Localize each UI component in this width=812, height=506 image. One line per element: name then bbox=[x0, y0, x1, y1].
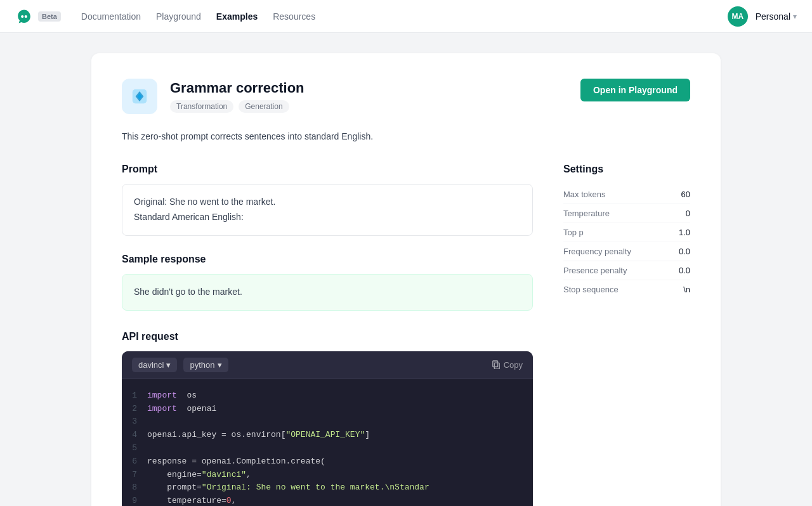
settings-val-temperature: 0 bbox=[686, 209, 690, 218]
code-line: 2 import openai bbox=[122, 403, 533, 416]
line-num: 6 bbox=[122, 455, 147, 469]
line-content: import openai bbox=[147, 403, 216, 416]
settings-val-max-tokens: 60 bbox=[681, 190, 690, 199]
code-toolbar-left: davinci ▾ python ▾ bbox=[132, 358, 228, 372]
settings-key-temperature: Temperature bbox=[563, 209, 610, 218]
grammar-icon bbox=[129, 86, 150, 107]
line-content: openai.api_key = os.environ["OPENAI_API_… bbox=[147, 429, 370, 442]
tag-generation: Generation bbox=[239, 100, 289, 113]
settings-row-temperature: Temperature 0 bbox=[563, 204, 690, 223]
code-line: 4 openai.api_key = os.environ["OPENAI_AP… bbox=[122, 429, 533, 442]
prompt-line2: Standard American English: bbox=[134, 212, 244, 222]
settings-val-top-p: 1.0 bbox=[679, 228, 690, 237]
engine-label: davinci bbox=[138, 360, 164, 370]
copy-label: Copy bbox=[504, 360, 523, 370]
language-select[interactable]: python ▾ bbox=[183, 358, 228, 372]
svg-rect-1 bbox=[494, 363, 499, 370]
card-header: Grammar correction Transformation Genera… bbox=[122, 79, 690, 114]
col-settings: Settings Max tokens 60 Temperature 0 Top… bbox=[563, 164, 690, 506]
settings-val-presence-penalty: 0.0 bbox=[679, 266, 690, 275]
main-card: Grammar correction Transformation Genera… bbox=[91, 53, 721, 506]
code-line: 6 response = openai.Completion.create( bbox=[122, 455, 533, 469]
engine-chevron-icon: ▾ bbox=[166, 360, 171, 370]
code-line: 8 prompt="Original: She no went to the m… bbox=[122, 481, 533, 495]
page: Grammar correction Transformation Genera… bbox=[76, 33, 736, 506]
code-line: 7 engine="davinci", bbox=[122, 469, 533, 482]
code-line: 5 bbox=[122, 442, 533, 455]
response-text: She didn't go to the market. bbox=[134, 287, 242, 297]
line-num: 9 bbox=[122, 495, 147, 506]
navbar: Beta Documentation Playground Examples R… bbox=[0, 0, 812, 33]
nav-link-resources[interactable]: Resources bbox=[273, 11, 315, 22]
code-line: 1 import os bbox=[122, 389, 533, 403]
avatar: MA bbox=[728, 6, 748, 27]
code-toolbar: davinci ▾ python ▾ bbox=[122, 351, 533, 379]
line-content: prompt="Original: She no went to the mar… bbox=[147, 481, 429, 495]
line-content: import os bbox=[147, 389, 197, 403]
nav-left: Beta Documentation Playground Examples R… bbox=[15, 8, 315, 25]
settings-val-frequency-penalty: 0.0 bbox=[679, 247, 690, 256]
settings-row-top-p: Top p 1.0 bbox=[563, 223, 690, 242]
line-content: temperature=0, bbox=[147, 495, 236, 506]
code-line: 9 temperature=0, bbox=[122, 495, 533, 506]
settings-row-frequency-penalty: Frequency penalty 0.0 bbox=[563, 242, 690, 261]
prompt-box: Original: She no went to the market. Sta… bbox=[122, 184, 533, 236]
settings-key-stop-sequence: Stop sequence bbox=[563, 285, 619, 294]
card-title-block: Grammar correction Transformation Genera… bbox=[170, 80, 304, 113]
line-num: 3 bbox=[122, 415, 147, 429]
settings-title: Settings bbox=[563, 164, 690, 175]
settings-val-stop-sequence: \n bbox=[683, 285, 690, 294]
card-tags: Transformation Generation bbox=[170, 100, 304, 113]
nav-link-playground[interactable]: Playground bbox=[156, 11, 201, 22]
settings-row-max-tokens: Max tokens 60 bbox=[563, 185, 690, 204]
open-playground-button[interactable]: Open in Playground bbox=[580, 79, 690, 101]
tag-transformation: Transformation bbox=[170, 100, 233, 113]
line-num: 7 bbox=[122, 469, 147, 482]
line-num: 4 bbox=[122, 429, 147, 442]
card-title: Grammar correction bbox=[170, 80, 304, 96]
card-description: This zero-shot prompt corrects sentences… bbox=[122, 129, 690, 143]
col-main: Prompt Original: She no went to the mark… bbox=[122, 164, 533, 506]
nav-logo: Beta bbox=[15, 8, 61, 25]
beta-badge: Beta bbox=[38, 11, 61, 22]
line-num: 5 bbox=[122, 442, 147, 455]
line-content: response = openai.Completion.create( bbox=[147, 455, 325, 469]
language-label: python bbox=[190, 360, 214, 370]
card-header-left: Grammar correction Transformation Genera… bbox=[122, 79, 304, 114]
language-chevron-icon: ▾ bbox=[218, 360, 222, 370]
copy-icon bbox=[492, 360, 501, 369]
settings-row-stop-sequence: Stop sequence \n bbox=[563, 280, 690, 299]
sample-response-label: Sample response bbox=[122, 254, 533, 265]
personal-label: Personal bbox=[756, 11, 790, 22]
code-block: davinci ▾ python ▾ bbox=[122, 351, 533, 506]
personal-menu[interactable]: Personal ▾ bbox=[756, 11, 797, 22]
copy-button[interactable]: Copy bbox=[492, 360, 523, 370]
nav-link-examples[interactable]: Examples bbox=[216, 11, 258, 22]
settings-key-frequency-penalty: Frequency penalty bbox=[563, 247, 631, 256]
card-icon-box bbox=[122, 79, 157, 114]
line-num: 1 bbox=[122, 389, 147, 403]
settings-key-max-tokens: Max tokens bbox=[563, 190, 605, 199]
response-box: She didn't go to the market. bbox=[122, 274, 533, 311]
engine-select[interactable]: davinci ▾ bbox=[132, 358, 177, 372]
two-col-layout: Prompt Original: She no went to the mark… bbox=[122, 164, 690, 506]
api-section-label: API request bbox=[122, 331, 533, 342]
settings-key-presence-penalty: Presence penalty bbox=[563, 266, 627, 275]
openai-logo-icon bbox=[15, 8, 33, 25]
chevron-down-icon: ▾ bbox=[793, 12, 797, 21]
nav-right: MA Personal ▾ bbox=[728, 6, 797, 27]
line-num: 2 bbox=[122, 403, 147, 416]
api-section: API request davinci ▾ python ▾ bbox=[122, 331, 533, 506]
code-line: 3 bbox=[122, 415, 533, 429]
line-num: 8 bbox=[122, 481, 147, 495]
line-content: engine="davinci", bbox=[147, 469, 251, 482]
code-body: 1 import os 2 import openai 3 bbox=[122, 379, 533, 506]
nav-links: Documentation Playground Examples Resour… bbox=[81, 11, 315, 22]
settings-key-top-p: Top p bbox=[563, 228, 584, 237]
prompt-label: Prompt bbox=[122, 164, 533, 175]
settings-row-presence-penalty: Presence penalty 0.0 bbox=[563, 261, 690, 280]
prompt-line1: Original: She no went to the market. bbox=[134, 197, 275, 207]
nav-link-documentation[interactable]: Documentation bbox=[81, 11, 141, 22]
